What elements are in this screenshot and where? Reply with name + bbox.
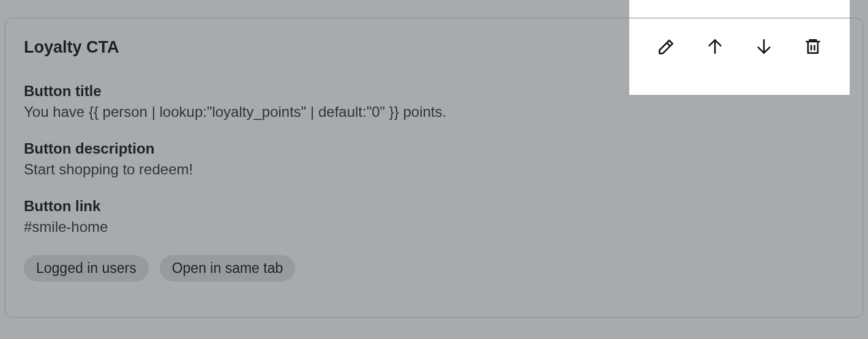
button-description-value: Start shopping to redeem!: [24, 161, 844, 178]
button-title-value: You have {{ person | lookup:"loyalty_poi…: [24, 103, 844, 121]
button-title-label: Button title: [24, 83, 844, 100]
chip-open-in-same-tab: Open in same tab: [160, 255, 296, 281]
chip-logged-in-users: Logged in users: [24, 255, 149, 281]
button-link-field: Button link #smile-home: [24, 198, 844, 236]
button-description-label: Button description: [24, 140, 844, 157]
chip-row: Logged in users Open in same tab: [24, 255, 844, 281]
button-link-value: #smile-home: [24, 218, 844, 236]
button-description-field: Button description Start shopping to red…: [24, 140, 844, 178]
button-link-label: Button link: [24, 198, 844, 215]
card-title: Loyalty CTA: [24, 38, 844, 57]
button-title-field: Button title You have {{ person | lookup…: [24, 83, 844, 121]
cta-card: Loyalty CTA Button title You have {{ per…: [5, 18, 863, 318]
